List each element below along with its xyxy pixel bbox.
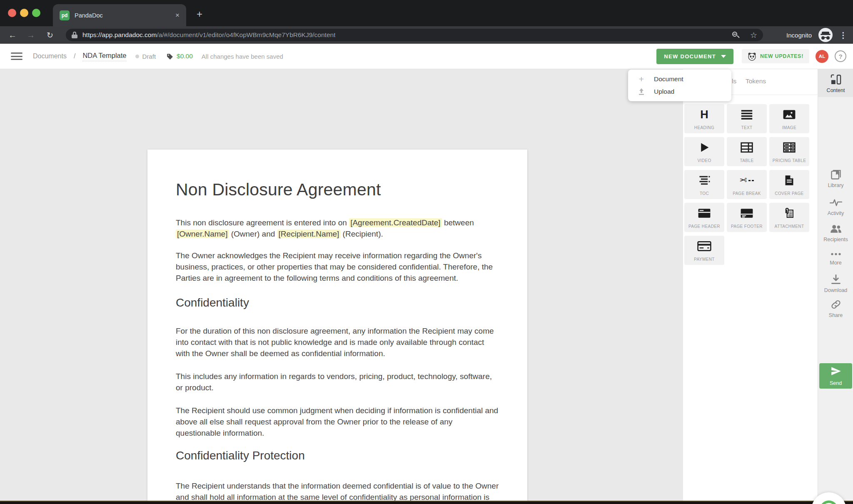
- screen: pd PandaDoc × + ← → ↻ https://app.pandad…: [0, 0, 853, 504]
- new-tab-button[interactable]: +: [197, 9, 202, 19]
- menu-item-document[interactable]: + Document: [628, 73, 731, 85]
- zoom-search-icon[interactable]: [732, 32, 739, 39]
- page-header-icon: [698, 208, 711, 218]
- sidebar-item-activity[interactable]: Activity: [818, 197, 853, 222]
- app-header: Documents / NDA Template Draft $0.00 All…: [0, 44, 853, 69]
- paragraph-judgment[interactable]: The Recipient should use common judgment…: [176, 405, 499, 439]
- text-icon: [741, 110, 753, 120]
- paragraph-includes[interactable]: This includes any information in regards…: [176, 371, 499, 393]
- tab-tokens[interactable]: Tokens: [746, 77, 766, 85]
- browser-tab-strip: pd PandaDoc × +: [0, 0, 853, 26]
- activity-icon: [830, 198, 842, 207]
- paragraph-duration[interactable]: For the duration of this non disclosure …: [176, 325, 499, 359]
- pandadoc-beacon-icon: [818, 499, 840, 504]
- panda-icon: [748, 52, 756, 61]
- block-attachment[interactable]: ATTACHMENT: [769, 203, 809, 232]
- document-heading[interactable]: Non Disclosure Agreement: [176, 180, 499, 200]
- toc-icon: [698, 175, 711, 185]
- image-icon: [783, 110, 796, 120]
- block-cover-page[interactable]: COVER PAGE: [769, 170, 809, 199]
- breadcrumb-separator: /: [74, 52, 75, 60]
- sidebar-item-content[interactable]: Content: [818, 69, 853, 97]
- incognito-icon: [818, 28, 833, 42]
- video-icon: [699, 142, 710, 153]
- browser-tab[interactable]: pd PandaDoc ×: [53, 4, 186, 26]
- minimize-window-button[interactable]: [20, 9, 28, 17]
- block-video[interactable]: VIDEO: [684, 137, 724, 166]
- reload-icon[interactable]: ↻: [42, 26, 57, 44]
- maximize-window-button[interactable]: [32, 9, 40, 17]
- new-updates-button[interactable]: NEW UPDATES!: [742, 49, 809, 63]
- status-badge: Draft: [135, 53, 156, 60]
- tab-title: PandaDoc: [75, 12, 170, 19]
- section-heading-confidentiality-protection[interactable]: Confidentiality Protection: [176, 449, 499, 462]
- page-break-icon: ✂: [739, 175, 747, 186]
- bookmark-star-icon[interactable]: ☆: [750, 31, 757, 39]
- library-icon: [830, 169, 842, 180]
- document-title-field[interactable]: NDA Template: [82, 52, 126, 61]
- new-document-menu: + Document Upload: [628, 70, 731, 101]
- sidebar-item-download[interactable]: Download: [818, 274, 853, 300]
- table-icon: [741, 142, 753, 153]
- payment-icon: [697, 241, 711, 251]
- recipients-icon: [830, 224, 842, 234]
- plus-icon: +: [639, 75, 644, 83]
- block-toc[interactable]: TOC: [684, 170, 724, 199]
- sidebar-item-recipients[interactable]: Recipients: [818, 223, 853, 248]
- url-path: /a/#/document/v1/editor/o4fKopWBm9cMqe7Y…: [157, 31, 335, 38]
- block-page-break[interactable]: ✂ PAGE BREAK: [727, 170, 767, 199]
- autosave-status: All changes have been saved: [202, 53, 283, 60]
- status-dot-icon: [135, 55, 139, 58]
- sidebar-item-share[interactable]: Share: [818, 299, 853, 323]
- right-sidebar: Content Library Activity Recipients More…: [818, 69, 853, 504]
- new-document-button[interactable]: NEW DOCUMENT: [656, 49, 733, 64]
- menu-item-upload[interactable]: Upload: [628, 85, 731, 98]
- block-pricing-table[interactable]: PRICING TABLE: [769, 137, 809, 166]
- help-button[interactable]: ?: [835, 50, 846, 62]
- pandadoc-favicon: pd: [60, 10, 70, 20]
- back-icon[interactable]: ←: [5, 26, 20, 44]
- section-heading-confidentiality[interactable]: Confidentiality: [176, 296, 499, 309]
- price-tag-icon: [166, 53, 173, 60]
- token-recipient-name[interactable]: [Recipient.Name]: [277, 230, 341, 238]
- blocks-grid: H HEADING TEXT IMAGE VIDEO TABLE PRIC: [684, 104, 809, 265]
- block-text[interactable]: TEXT: [727, 104, 767, 133]
- share-icon: [831, 299, 841, 310]
- forward-icon[interactable]: →: [23, 26, 38, 44]
- paragraph-owner-acknowledges[interactable]: The Owner acknowledges the Recipient may…: [176, 250, 499, 284]
- heading-icon: H: [700, 108, 708, 121]
- block-heading[interactable]: H HEADING: [684, 104, 724, 133]
- cover-page-icon: [785, 175, 794, 186]
- upload-icon: [637, 87, 646, 96]
- url-text: https://app.pandadoc.com/a/#/document/v1…: [82, 31, 335, 39]
- block-page-header[interactable]: PAGE HEADER: [684, 203, 724, 232]
- download-icon: [831, 274, 841, 285]
- address-bar[interactable]: https://app.pandadoc.com/a/#/document/v1…: [66, 29, 763, 41]
- token-agreement-createddate[interactable]: [Agreement.CreatedDate]: [349, 218, 442, 227]
- hamburger-menu-icon[interactable]: [11, 52, 22, 60]
- close-window-button[interactable]: [8, 9, 16, 17]
- more-icon: [830, 252, 842, 256]
- page-footer-icon: [740, 208, 753, 218]
- block-page-footer[interactable]: PAGE FOOTER: [727, 203, 767, 232]
- document-amount[interactable]: $0.00: [177, 52, 193, 60]
- send-button[interactable]: Send: [819, 363, 852, 389]
- document-page[interactable]: Non Disclosure Agreement This non disclo…: [147, 150, 527, 504]
- block-image[interactable]: IMAGE: [769, 104, 809, 133]
- avatar[interactable]: AL: [816, 50, 828, 63]
- block-table[interactable]: TABLE: [727, 137, 767, 166]
- content-icon: [830, 74, 842, 85]
- browser-menu-icon[interactable]: ⋮: [839, 30, 847, 40]
- lock-icon[interactable]: [72, 32, 77, 38]
- intro-paragraph[interactable]: This non disclosure agreement is entered…: [176, 217, 499, 240]
- sidebar-item-more[interactable]: More: [818, 251, 853, 272]
- chevron-down-icon: [721, 55, 726, 58]
- token-owner-name[interactable]: [Owner.Name]: [176, 230, 229, 238]
- breadcrumb-documents[interactable]: Documents: [33, 52, 67, 60]
- tab-fields-partial[interactable]: ls: [732, 77, 736, 85]
- dock-edge: [0, 501, 853, 504]
- incognito-label: Incognito: [786, 32, 812, 39]
- close-tab-icon[interactable]: ×: [175, 11, 180, 20]
- block-payment[interactable]: PAYMENT: [684, 236, 724, 265]
- sidebar-item-library[interactable]: Library: [818, 169, 853, 194]
